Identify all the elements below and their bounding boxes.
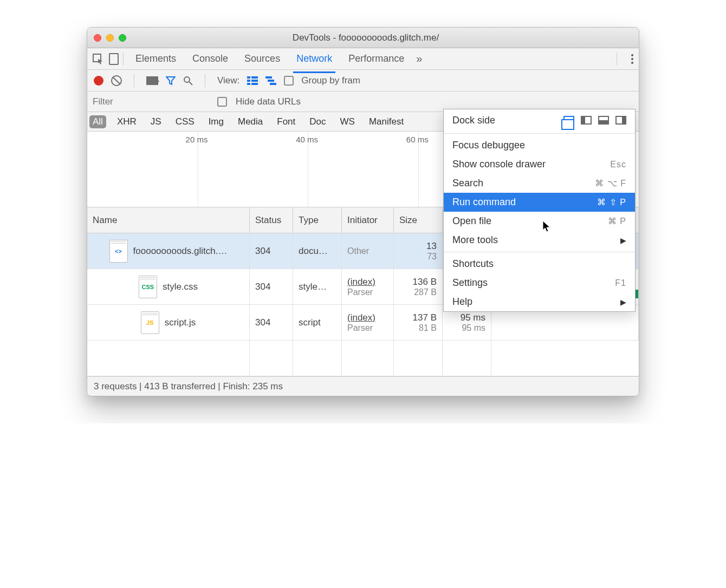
dock-side-row: Dock side (444, 109, 635, 131)
type-filter-ws[interactable]: WS (337, 115, 358, 128)
menu-label: Open file (452, 215, 491, 227)
type-filter-xhr[interactable]: XHR (114, 115, 140, 128)
maximize-icon[interactable] (119, 34, 126, 42)
menu-label: More tools (452, 234, 498, 246)
type-filter-media[interactable]: Media (235, 115, 266, 128)
menu-item-help[interactable]: Help▶ (444, 292, 635, 311)
filter-input[interactable] (89, 94, 209, 109)
dock-undock-icon[interactable] (563, 116, 574, 125)
menu-item-focus-debuggee[interactable]: Focus debuggee (444, 136, 635, 155)
type-filter-manifest[interactable]: Manifest (366, 115, 407, 128)
file-html-icon: <> (109, 240, 128, 263)
search-icon[interactable] (183, 76, 193, 86)
mouse-cursor-icon (542, 220, 552, 233)
minimize-icon[interactable] (106, 34, 114, 42)
menu-separator (444, 252, 635, 252)
clear-icon[interactable] (111, 75, 122, 86)
menu-item-shortcuts[interactable]: Shortcuts (444, 254, 635, 273)
menu-item-show-console-drawer[interactable]: Show console drawerEsc (444, 155, 635, 174)
separator (617, 53, 617, 66)
tab-performance[interactable]: Performance (347, 49, 405, 69)
menu-label: Run command (452, 197, 516, 208)
file-name: fooooooooods.glitch.… (133, 246, 228, 257)
size-cell: 136 B287 B (394, 269, 443, 304)
menu-item-run-command[interactable]: Run command⌘ ⇧ P (444, 193, 635, 212)
dock-side-label: Dock side (452, 115, 495, 126)
size-cell: 1373 (394, 233, 443, 269)
menu-item-search[interactable]: Search⌘ ⌥ F (444, 174, 635, 193)
dock-right-icon[interactable] (615, 116, 626, 125)
hide-data-urls-checkbox[interactable] (217, 97, 227, 107)
more-tabs-icon[interactable]: » (416, 53, 422, 65)
status-text: 3 requests | 413 B transferred | Finish:… (94, 381, 283, 392)
menu-label: Focus debuggee (452, 140, 525, 151)
menu-item-more-tools[interactable]: More tools▶ (444, 231, 635, 250)
file-css-icon: CSS (139, 276, 157, 298)
close-icon[interactable] (94, 34, 101, 42)
titlebar: DevTools - fooooooooods.glitch.me/ (87, 28, 639, 48)
panel-tabs: ElementsConsoleSourcesNetworkPerformance (134, 49, 405, 69)
status-bar: 3 requests | 413 B transferred | Finish:… (87, 376, 639, 396)
status-cell: 304 (250, 233, 293, 269)
col-status[interactable]: Status (250, 207, 293, 233)
menu-label: Settings (452, 277, 488, 289)
size-cell: 137 B81 B (394, 305, 443, 340)
large-rows-icon[interactable] (247, 76, 258, 85)
device-toolbar-icon[interactable] (109, 53, 119, 65)
col-size[interactable]: Size (394, 207, 443, 233)
svg-rect-8 (251, 83, 258, 85)
tab-network[interactable]: Network (295, 49, 333, 69)
waterfall-view-icon[interactable] (265, 76, 276, 85)
type-cell: script (293, 305, 342, 340)
filter-icon[interactable] (166, 76, 176, 86)
menu-label: Search (452, 178, 483, 189)
svg-rect-7 (247, 83, 250, 85)
type-filter-doc[interactable]: Doc (306, 115, 329, 128)
svg-rect-9 (265, 76, 272, 79)
timeline-tick: 20 ms (186, 135, 208, 144)
svg-line-2 (189, 82, 192, 85)
hide-data-urls-label: Hide data URLs (236, 96, 301, 107)
window-title: DevTools - fooooooooods.glitch.me/ (126, 32, 605, 43)
col-name[interactable]: Name (87, 207, 250, 233)
dock-bottom-icon[interactable] (598, 116, 609, 125)
type-cell: style… (293, 269, 342, 304)
separator (205, 74, 205, 87)
dock-left-icon[interactable] (581, 116, 592, 125)
initiator-cell: Other (342, 233, 394, 269)
type-filter-font[interactable]: Font (274, 115, 299, 128)
type-filter-js[interactable]: JS (147, 115, 165, 128)
separator (123, 53, 124, 66)
group-by-frame-checkbox[interactable] (284, 76, 294, 86)
menu-separator (444, 133, 635, 134)
tab-elements[interactable]: Elements (134, 49, 177, 69)
svg-rect-5 (247, 80, 250, 82)
col-type[interactable]: Type (293, 207, 342, 233)
svg-rect-6 (251, 80, 258, 82)
file-js-icon: JS (141, 311, 159, 334)
tab-console[interactable]: Console (191, 49, 229, 69)
initiator-cell: (index)Parser (342, 269, 394, 304)
record-icon[interactable] (94, 76, 103, 86)
group-by-frame-label: Group by fram (301, 75, 360, 86)
type-filter-all[interactable]: All (89, 115, 106, 128)
inspect-element-icon[interactable] (93, 54, 103, 64)
type-filter-img[interactable]: Img (205, 115, 227, 128)
menu-item-settings[interactable]: SettingsF1 (444, 273, 635, 292)
svg-rect-3 (247, 76, 250, 79)
menu-label: Show console drawer (452, 159, 546, 170)
timeline-tick: 60 ms (406, 135, 429, 144)
separator (134, 74, 134, 87)
screenshot-icon[interactable] (146, 76, 158, 85)
menu-label: Shortcuts (452, 258, 494, 270)
initiator-cell: (index)Parser (342, 305, 394, 340)
tab-sources[interactable]: Sources (243, 49, 281, 69)
menu-label: Help (452, 296, 472, 308)
kebab-menu-icon[interactable] (631, 54, 633, 64)
menu-item-open-file[interactable]: Open file⌘ P (444, 212, 635, 231)
col-initiator[interactable]: Initiator (342, 207, 394, 233)
status-cell: 304 (250, 269, 293, 304)
network-toolbar: View: Group by fram (87, 70, 639, 92)
svg-rect-11 (270, 83, 276, 85)
type-filter-css[interactable]: CSS (172, 115, 198, 128)
